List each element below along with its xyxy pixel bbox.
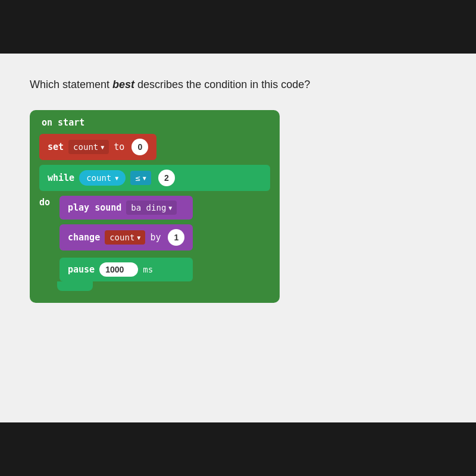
- count-dropdown-set[interactable]: count ▼: [68, 140, 109, 154]
- do-label-row: do play sound ba ding ▼ change: [39, 196, 270, 281]
- question-text: Which statement best describes the condi…: [30, 77, 310, 92]
- operator-pill[interactable]: ≤ ▼: [130, 171, 151, 185]
- condition-var: count: [86, 173, 111, 183]
- sound-name: ba ding: [131, 203, 166, 212]
- by-label: by: [150, 232, 161, 243]
- main-content: Which statement best describes the condi…: [0, 54, 476, 422]
- dropdown-arrow-op: ▼: [143, 175, 146, 181]
- while-label: while: [48, 173, 74, 183]
- on-start-label: on start: [39, 117, 270, 128]
- play-sound-block: play sound ba ding ▼: [60, 196, 193, 220]
- condition-value-circle: 2: [158, 170, 175, 186]
- notch-bottom: [57, 281, 93, 291]
- dropdown-arrow-pause: ▼: [126, 267, 132, 273]
- do-blocks: play sound ba ding ▼ change count ▼: [60, 196, 193, 281]
- change-block: change count ▼ by 1: [60, 224, 193, 250]
- to-label: to: [114, 142, 124, 152]
- pause-label: pause: [68, 264, 95, 275]
- play-sound-label: play sound: [68, 202, 121, 213]
- dropdown-arrow-change: ▼: [137, 234, 140, 241]
- set-value-circle: 0: [131, 139, 148, 155]
- do-section: do play sound ba ding ▼ change: [39, 196, 270, 281]
- dropdown-arrow-sound: ▼: [168, 205, 172, 211]
- sound-dropdown[interactable]: ba ding ▼: [126, 201, 177, 215]
- change-value-circle: 1: [168, 229, 184, 246]
- set-block-row: set count ▼ to 0: [39, 134, 270, 160]
- while-block: while count ▼ ≤ ▼ 2: [39, 165, 270, 191]
- code-container: on start set count ▼ to 0 while count ▼ …: [30, 110, 280, 303]
- set-label: set: [48, 142, 64, 152]
- pause-block: pause 1000 ▼ ms: [60, 258, 193, 281]
- ms-label: ms: [143, 265, 153, 274]
- set-block: set count ▼ to 0: [39, 134, 156, 160]
- operator-symbol: ≤: [135, 173, 140, 183]
- pause-value-pill[interactable]: 1000 ▼: [99, 262, 138, 277]
- pause-value: 1000: [105, 265, 124, 274]
- dropdown-arrow-count: ▼: [115, 175, 118, 181]
- change-label: change: [68, 232, 100, 243]
- dropdown-arrow-set: ▼: [101, 144, 104, 151]
- do-label: do: [39, 196, 54, 208]
- count-dropdown-change[interactable]: count ▼: [105, 230, 145, 245]
- while-condition-pill: count ▼: [79, 170, 126, 186]
